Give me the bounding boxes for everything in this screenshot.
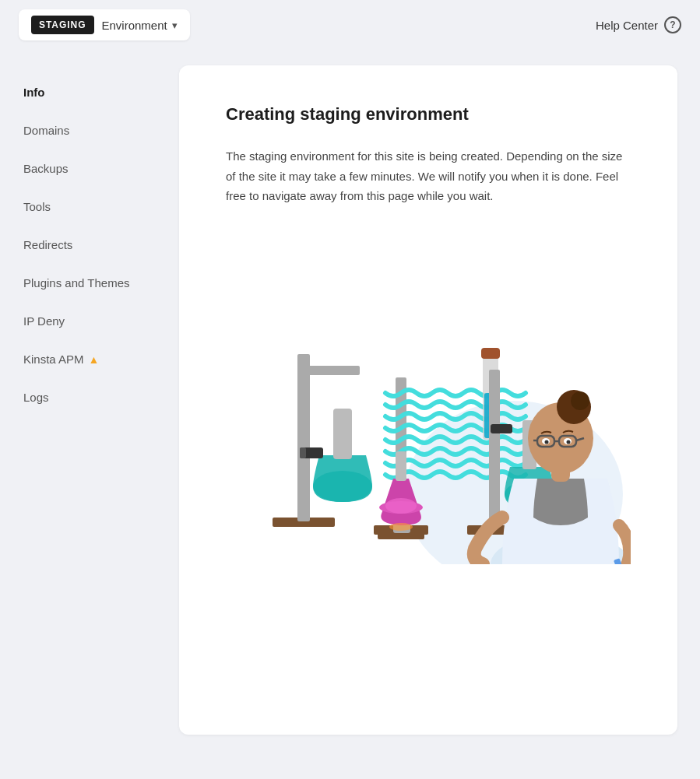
svg-point-35 [545, 440, 549, 444]
main-layout: Info Domains Backups Tools Redirects Plu… [0, 50, 700, 750]
sidebar-item-label: Kinsta APM ▲ [23, 353, 179, 366]
page-title: Creating staging environment [226, 104, 631, 125]
sidebar-item-label: Logs [23, 391, 179, 404]
chevron-down-icon: ▾ [172, 19, 178, 31]
svg-rect-12 [481, 348, 500, 359]
warning-icon: ▲ [89, 353, 100, 366]
svg-rect-15 [491, 424, 512, 433]
sidebar-item-label: Redirects [23, 238, 179, 251]
sidebar-item-backups[interactable]: Backups [23, 149, 179, 188]
sidebar-item-plugins-and-themes[interactable]: Plugins and Themes [23, 264, 179, 302]
sidebar-item-label: Info [23, 86, 179, 99]
sidebar: Info Domains Backups Tools Redirects Plu… [0, 50, 179, 750]
sidebar-item-redirects[interactable]: Redirects [23, 226, 179, 264]
sidebar-item-logs[interactable]: Logs [23, 378, 179, 416]
sidebar-item-domains[interactable]: Domains [23, 111, 179, 149]
sidebar-item-label: Plugins and Themes [23, 276, 179, 289]
help-circle-icon: ? [664, 16, 681, 33]
svg-point-37 [567, 440, 571, 444]
lab-illustration [226, 237, 631, 564]
env-selector[interactable]: STAGING Environment ▾ [19, 9, 190, 40]
content-card: Creating staging environment The staging… [179, 65, 677, 735]
svg-rect-21 [396, 451, 406, 481]
sidebar-item-label: Backups [23, 162, 179, 175]
svg-point-23 [389, 523, 413, 531]
help-center-label: Help Center [596, 19, 658, 32]
header: STAGING Environment ▾ Help Center ? [0, 0, 700, 50]
sidebar-item-info[interactable]: Info [23, 73, 179, 111]
sidebar-item-tools[interactable]: Tools [23, 188, 179, 226]
sidebar-item-label: Tools [23, 200, 179, 213]
content-area: Creating staging environment The staging… [179, 50, 700, 750]
sidebar-item-label: Domains [23, 124, 179, 137]
sidebar-item-ip-deny[interactable]: IP Deny [23, 302, 179, 340]
svg-rect-5 [333, 409, 352, 459]
help-center-link[interactable]: Help Center ? [596, 16, 681, 33]
lab-scene-svg [226, 237, 631, 564]
svg-rect-7 [300, 447, 306, 458]
environment-label: Environment [102, 19, 167, 32]
content-description: The staging environment for this site is… [226, 146, 631, 206]
svg-rect-14 [489, 370, 500, 525]
svg-point-22 [385, 498, 417, 514]
sidebar-item-label: IP Deny [23, 314, 179, 328]
svg-point-28 [571, 391, 589, 410]
sidebar-item-kinsta-apm[interactable]: Kinsta APM ▲ [23, 340, 179, 378]
staging-badge: STAGING [31, 16, 94, 34]
svg-rect-3 [297, 366, 360, 375]
svg-rect-2 [297, 354, 310, 521]
